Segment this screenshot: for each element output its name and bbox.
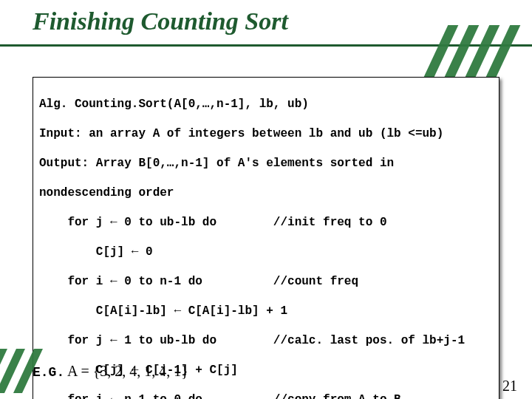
example-value: A = {3, 2, 4, 1, 4, 1} [64, 363, 188, 379]
page-number: 21 [502, 378, 517, 395]
code-line: C[A[i]-lb] ← C[A[i]-lb] + 1 [39, 304, 493, 318]
code-line: Alg. Counting.Sort(A[0,…,n-1], lb, ub) [39, 97, 493, 112]
code-line: Input: an array A of integers between lb… [39, 126, 493, 141]
decorative-bars-top [436, 25, 525, 77]
slide: Finishing Counting Sort Alg. Counting.So… [0, 0, 532, 399]
code-line: for j ← 0 to ub-lb do //init freq to 0 [39, 215, 493, 230]
code-line: nondescending order [39, 185, 493, 200]
code-line: for j ← 1 to ub-lb do //calc. last pos. … [39, 333, 493, 348]
code-line: C[j] ← 0 [39, 245, 493, 259]
algorithm-box: Alg. Counting.Sort(A[0,…,n-1], lb, ub) I… [33, 77, 499, 399]
code-line: Output: Array B[0,…,n-1] of A's elements… [39, 156, 493, 171]
decorative-bars-bottom [0, 349, 59, 393]
code-line: for i ← 0 to n-1 do //count freq [39, 274, 493, 289]
slide-title: Finishing Counting Sort [33, 7, 288, 35]
code-line: for i ← n-1 to 0 do //copy from A to B [39, 392, 493, 399]
